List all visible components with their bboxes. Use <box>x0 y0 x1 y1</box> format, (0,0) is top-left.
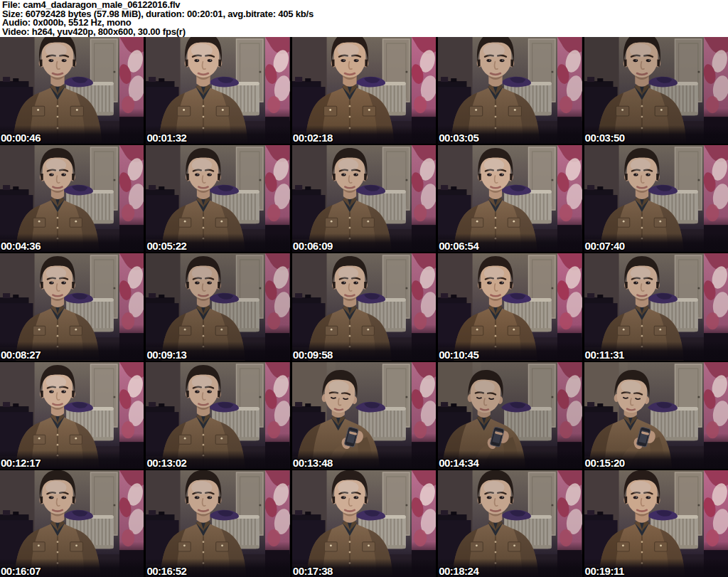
thumbnail: 00:03:05 <box>438 37 582 144</box>
thumbnail: 00:17:38 <box>292 470 436 577</box>
thumbnail: 00:09:13 <box>146 253 289 360</box>
thumbnail: 00:11:31 <box>584 253 728 360</box>
thumbnail: 00:04:36 <box>0 145 144 252</box>
timestamp-label: 00:13:02 <box>146 457 186 468</box>
webcam-scene <box>0 253 144 360</box>
timestamp-label: 00:01:32 <box>146 132 186 143</box>
timestamp-label: 00:04:36 <box>1 240 41 251</box>
thumbnail: 00:05:22 <box>146 145 289 252</box>
contact-sheet: File: cam4_dadaragon_male_06122016.flv S… <box>0 0 728 577</box>
webcam-scene <box>584 253 728 360</box>
webcam-scene <box>292 145 436 252</box>
timestamp-label: 00:16:52 <box>146 566 186 576</box>
header: File: cam4_dadaragon_male_06122016.flv S… <box>0 0 728 37</box>
thumbnail: 00:06:54 <box>438 145 582 252</box>
thumbnail: 00:08:27 <box>0 253 144 360</box>
timestamp-label: 00:02:18 <box>293 132 333 143</box>
webcam-scene <box>584 470 728 577</box>
webcam-scene <box>438 253 582 360</box>
timestamp-label: 00:03:50 <box>585 132 625 143</box>
thumbnail: 00:01:32 <box>146 37 289 144</box>
timestamp-label: 00:11:31 <box>585 349 624 360</box>
thumbnail: 00:15:20 <box>584 362 728 469</box>
thumbnail: 00:03:50 <box>584 37 728 144</box>
timestamp-label: 00:14:34 <box>439 457 478 468</box>
webcam-scene <box>146 145 289 252</box>
webcam-scene <box>146 37 289 144</box>
timestamp-label: 00:13:48 <box>293 457 333 468</box>
timestamp-label: 00:05:22 <box>146 240 186 251</box>
thumbnail: 00:09:58 <box>292 253 436 360</box>
timestamp-label: 00:09:13 <box>146 349 186 360</box>
thumbnail: 00:10:45 <box>438 253 582 360</box>
webcam-scene <box>292 37 436 144</box>
timestamp-label: 00:08:27 <box>1 349 41 360</box>
webcam-scene <box>146 470 289 577</box>
timestamp-label: 00:03:05 <box>439 132 478 143</box>
timestamp-label: 00:06:09 <box>293 240 333 251</box>
webcam-scene <box>0 37 144 144</box>
timestamp-label: 00:12:17 <box>1 457 41 468</box>
webcam-scene <box>0 470 144 577</box>
timestamp-label: 00:18:24 <box>439 566 478 576</box>
thumbnail: 00:12:17 <box>0 362 144 469</box>
thumbnail: 00:07:40 <box>584 145 728 252</box>
header-line-video: Video: h264, yuv420p, 800x600, 30.00 fps… <box>2 28 728 37</box>
timestamp-label: 00:09:58 <box>293 349 333 360</box>
webcam-scene <box>584 145 728 252</box>
webcam-scene <box>292 362 436 469</box>
webcam-scene <box>292 470 436 577</box>
thumbnail: 00:14:34 <box>438 362 582 469</box>
webcam-scene <box>584 37 728 144</box>
webcam-scene <box>0 145 144 252</box>
webcam-scene <box>292 253 436 360</box>
webcam-scene <box>584 362 728 469</box>
thumbnail-grid: 00:00:46 <box>0 37 728 577</box>
thumbnail: 00:06:09 <box>292 145 436 252</box>
timestamp-label: 00:00:46 <box>1 132 41 143</box>
timestamp-label: 00:19:11 <box>585 566 624 576</box>
thumbnail: 00:18:24 <box>438 470 582 577</box>
webcam-scene <box>146 253 289 360</box>
timestamp-label: 00:06:54 <box>439 240 478 251</box>
webcam-scene <box>146 362 289 469</box>
webcam-scene <box>438 470 582 577</box>
webcam-scene <box>0 362 144 469</box>
timestamp-label: 00:17:38 <box>293 566 333 576</box>
thumbnail: 00:16:52 <box>146 470 289 577</box>
webcam-scene <box>438 145 582 252</box>
timestamp-label: 00:07:40 <box>585 240 625 251</box>
thumbnail: 00:02:18 <box>292 37 436 144</box>
timestamp-label: 00:15:20 <box>585 457 625 468</box>
timestamp-label: 00:16:07 <box>1 566 41 576</box>
thumbnail: 00:13:48 <box>292 362 436 469</box>
thumbnail: 00:19:11 <box>584 470 728 577</box>
thumbnail: 00:13:02 <box>146 362 289 469</box>
webcam-scene <box>438 37 582 144</box>
timestamp-label: 00:10:45 <box>439 349 478 360</box>
thumbnail: 00:00:46 <box>0 37 144 144</box>
webcam-scene <box>438 362 582 469</box>
thumbnail: 00:16:07 <box>0 470 144 577</box>
